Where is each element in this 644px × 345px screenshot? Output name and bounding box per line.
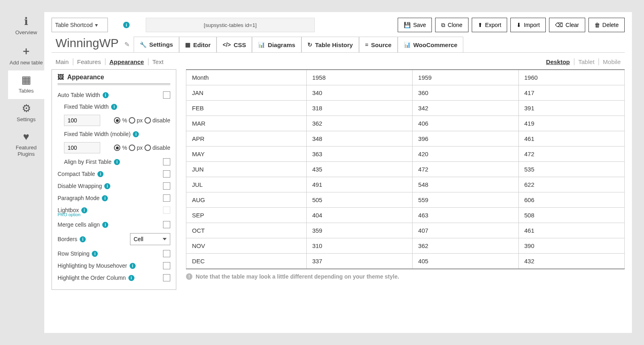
info-icon[interactable]: i bbox=[104, 183, 110, 189]
field-merge-align: Merge cells aligni bbox=[58, 219, 170, 231]
tab-woocommerce[interactable]: 📊WooCommerce bbox=[398, 37, 464, 52]
field-label: Disable Wrapping bbox=[58, 183, 102, 189]
info-icon[interactable]: i bbox=[130, 263, 136, 269]
table-cell: 337 bbox=[306, 254, 412, 269]
tab-editor[interactable]: ▦Editor bbox=[179, 37, 217, 52]
sidebar-item-featured-plugins[interactable]: ♥ Featured Plugins bbox=[8, 127, 44, 162]
field-align-first: Align by First Tablei bbox=[58, 156, 170, 168]
info-icon[interactable]: i bbox=[81, 207, 87, 213]
row-striping-checkbox[interactable] bbox=[163, 250, 170, 257]
table-cell: 463 bbox=[413, 208, 518, 223]
device-tab-desktop[interactable]: Desktop bbox=[542, 58, 574, 65]
table-cell: 396 bbox=[413, 131, 518, 147]
image-icon: 🖼 bbox=[58, 74, 64, 81]
import-label: Import bbox=[524, 22, 540, 28]
table-row: FEB318342391 bbox=[186, 101, 625, 116]
info-icon[interactable]: i bbox=[128, 275, 134, 281]
fixed-width-input[interactable] bbox=[64, 115, 100, 126]
unit-px-radio-mobile[interactable] bbox=[129, 145, 135, 151]
table-cell: JAN bbox=[186, 85, 307, 101]
table-cell: JUN bbox=[186, 162, 307, 177]
sidebar-item-label: Tables bbox=[19, 88, 34, 94]
info-icon[interactable]: i bbox=[103, 92, 109, 98]
database-icon: ≡ bbox=[365, 41, 368, 48]
table-cell: 360 bbox=[413, 85, 518, 101]
auto-width-checkbox[interactable] bbox=[163, 91, 170, 99]
merge-align-checkbox[interactable] bbox=[163, 221, 170, 228]
field-label: Merge cells align bbox=[58, 221, 100, 228]
appearance-panel: 🖼 Appearance Auto Table Widthi Fixed Tab… bbox=[52, 69, 176, 290]
device-tab-tablet[interactable]: Tablet bbox=[574, 58, 599, 65]
shortcode-type-select[interactable]: Table Shortcod bbox=[52, 18, 108, 32]
tab-table-history[interactable]: ↻Table History bbox=[301, 37, 359, 52]
subtab-appearance[interactable]: Appearance bbox=[105, 58, 149, 65]
clone-button[interactable]: ⧉Clone bbox=[435, 18, 469, 32]
topbar: Table Shortcod i 💾Save ⧉Clone ⬆Export ⬇I… bbox=[52, 18, 625, 32]
table-cell: 391 bbox=[518, 101, 624, 116]
table-row: DEC337405432 bbox=[186, 254, 625, 269]
table-row: MAR362406419 bbox=[186, 116, 625, 131]
trash-icon: 🗑 bbox=[594, 22, 600, 28]
fixed-width-mobile-input[interactable] bbox=[64, 142, 100, 153]
clear-button[interactable]: ⌫Clear bbox=[549, 18, 585, 32]
delete-button[interactable]: 🗑Delete bbox=[588, 18, 625, 32]
import-button[interactable]: ⬇Import bbox=[510, 18, 546, 32]
disable-wrap-checkbox[interactable] bbox=[163, 182, 170, 190]
info-icon[interactable]: i bbox=[102, 195, 108, 201]
info-icon[interactable]: i bbox=[114, 159, 120, 165]
tab-settings[interactable]: 🔧Settings bbox=[134, 37, 179, 52]
sidebar-item-overview[interactable]: ℹ Overview bbox=[8, 12, 44, 41]
sidebar-item-add-new-table[interactable]: ＋ Add new table bbox=[8, 41, 44, 71]
field-highlight-order: Highlight the Order Columni bbox=[58, 272, 170, 284]
subtab-text[interactable]: Text bbox=[149, 58, 168, 65]
export-button[interactable]: ⬆Export bbox=[472, 18, 507, 32]
table-icon: ▦ bbox=[21, 74, 31, 86]
align-first-checkbox[interactable] bbox=[163, 158, 170, 165]
subtab-features[interactable]: Features bbox=[73, 58, 105, 65]
sidebar-item-tables[interactable]: ▦ Tables bbox=[8, 70, 44, 99]
table-cell: 362 bbox=[413, 238, 518, 254]
title-row: WinningWP ✎ 🔧Settings ▦Editor </>CSS 📊Di… bbox=[52, 36, 625, 53]
field-borders: Bordersi Cell bbox=[58, 231, 170, 248]
info-icon[interactable]: i bbox=[102, 222, 108, 228]
tab-diagrams[interactable]: 📊Diagrams bbox=[252, 37, 301, 52]
sidebar-item-settings[interactable]: ⚙ Settings bbox=[8, 99, 44, 128]
save-button[interactable]: 💾Save bbox=[398, 18, 432, 32]
tab-css[interactable]: </>CSS bbox=[217, 37, 252, 52]
table-cell: 390 bbox=[518, 238, 624, 254]
unit-px-radio[interactable] bbox=[129, 117, 135, 124]
unit-percent-radio-mobile[interactable] bbox=[114, 145, 120, 151]
tab-source[interactable]: ≡Source bbox=[359, 37, 398, 52]
compact-checkbox[interactable] bbox=[163, 170, 170, 178]
subtab-main[interactable]: Main bbox=[52, 58, 73, 65]
edit-title-icon[interactable]: ✎ bbox=[124, 41, 130, 48]
info-icon[interactable]: i bbox=[97, 171, 103, 177]
borders-select[interactable]: Cell bbox=[130, 233, 170, 245]
paragraph-checkbox[interactable] bbox=[163, 194, 170, 202]
info-icon[interactable]: i bbox=[80, 236, 86, 242]
highlight-hover-checkbox[interactable] bbox=[163, 262, 170, 269]
table-cell: AUG bbox=[186, 192, 307, 208]
device-tab-mobile[interactable]: Mobile bbox=[599, 58, 625, 65]
info-icon[interactable]: i bbox=[133, 131, 139, 137]
field-auto-width: Auto Table Widthi bbox=[58, 89, 170, 101]
unit-disable-radio-mobile[interactable] bbox=[144, 145, 151, 151]
sidebar: ℹ Overview ＋ Add new table ▦ Tables ⚙ Se… bbox=[8, 12, 44, 333]
highlight-order-checkbox[interactable] bbox=[163, 274, 170, 281]
table-header-cell: 1958 bbox=[306, 70, 412, 85]
page-title: WinningWP bbox=[52, 36, 122, 52]
info-icon[interactable]: i bbox=[92, 251, 98, 257]
info-icon[interactable]: i bbox=[123, 22, 130, 28]
shortcode-input[interactable] bbox=[146, 18, 315, 32]
gear-icon: ⚙ bbox=[22, 102, 31, 115]
unit-percent-radio[interactable] bbox=[114, 117, 120, 124]
table-cell: NOV bbox=[186, 238, 307, 254]
info-icon[interactable]: i bbox=[111, 104, 117, 110]
table-row: OCT359407461 bbox=[186, 223, 625, 238]
lightbox-checkbox bbox=[163, 207, 170, 214]
unit-disable-radio[interactable] bbox=[144, 117, 151, 124]
table-row: NOV310362390 bbox=[186, 238, 625, 254]
table-cell: 472 bbox=[413, 162, 518, 177]
table-cell: FEB bbox=[186, 101, 307, 116]
table-cell: 406 bbox=[413, 116, 518, 131]
